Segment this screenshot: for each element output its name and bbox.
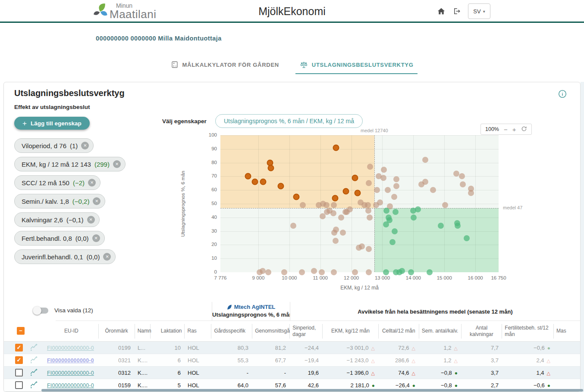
data-point-besättning[interactable] <box>374 187 380 193</box>
zoom-out-button[interactable]: − <box>504 126 508 133</box>
zoom-reset-button[interactable] <box>521 126 527 133</box>
data-point-under-medel[interactable] <box>392 228 398 234</box>
data-point-besättning[interactable] <box>347 206 353 212</box>
data-point-besättning[interactable] <box>380 175 386 181</box>
tab-malkalkylator[interactable]: MÅLKALKYLATOR FÖR GÅRDEN <box>166 56 283 74</box>
data-point-besättning[interactable] <box>393 183 399 189</box>
data-point-besättning[interactable] <box>319 269 325 275</box>
eu-id-link[interactable]: FI000000000000-0 <box>47 370 94 376</box>
data-point-besättning[interactable] <box>365 208 371 214</box>
chip-delete-icon[interactable]: × <box>87 216 95 224</box>
filter-chip[interactable]: Juverinfl.behandl. 0,1 (0,0)× <box>14 249 116 264</box>
column-header-sinperiod[interactable]: Sinperiod, dagar <box>290 324 323 339</box>
filter-chip[interactable]: Kalvningar 2,6 (−0,1)× <box>14 212 100 227</box>
data-point-under-medel[interactable] <box>427 269 433 275</box>
horizontal-scrollbar[interactable] <box>41 389 583 392</box>
data-point-besättning[interactable] <box>299 269 305 275</box>
row-insights-button[interactable] <box>30 371 38 377</box>
chip-delete-icon[interactable]: × <box>88 179 96 187</box>
data-point-valda[interactable] <box>342 188 349 195</box>
info-icon[interactable] <box>558 89 567 100</box>
data-point-besättning[interactable] <box>422 157 428 163</box>
data-point-besättning[interactable] <box>366 269 372 275</box>
data-point-valda[interactable] <box>245 173 251 180</box>
column-header-ras[interactable]: Ras <box>185 324 211 339</box>
axis-properties-select[interactable]: Utslagningsprognos %, 6 mån / EKM, kg / … <box>215 114 363 128</box>
data-point-besättning[interactable] <box>330 210 336 216</box>
data-point-under-medel[interactable] <box>411 215 417 221</box>
data-point-under-medel[interactable] <box>464 235 470 241</box>
select-all-checkbox[interactable]: − <box>17 327 25 335</box>
data-point-valda[interactable] <box>293 194 299 200</box>
data-point-besättning[interactable] <box>366 246 372 252</box>
data-point-besättning[interactable] <box>260 268 266 274</box>
logout-button[interactable] <box>452 7 461 15</box>
data-point-under-medel[interactable] <box>438 223 444 229</box>
data-point-valda[interactable] <box>252 179 258 185</box>
data-point-besättning[interactable] <box>290 223 296 229</box>
data-point-besättning[interactable] <box>366 180 372 186</box>
row-insights-button[interactable] <box>30 346 38 352</box>
data-point-under-medel[interactable] <box>383 208 389 214</box>
data-point-besättning[interactable] <box>367 215 373 221</box>
data-point-under-medel[interactable] <box>408 269 414 275</box>
data-point-besättning[interactable] <box>300 202 306 208</box>
filter-chip[interactable]: Viloperiod, d 76 (1)× <box>14 138 94 153</box>
filter-chip[interactable]: EKM, kg / 12 må 12 143 (299)× <box>14 157 126 171</box>
vertical-scrollbar-track[interactable] <box>581 82 584 392</box>
data-point-besättning[interactable] <box>393 176 399 182</box>
row-checkbox[interactable] <box>15 381 23 389</box>
language-selector[interactable]: SV ▾ <box>468 3 490 19</box>
data-point-under-medel[interactable] <box>415 206 421 212</box>
data-point-besättning[interactable] <box>391 194 397 200</box>
data-point-besättning[interactable] <box>265 269 271 275</box>
data-point-besättning[interactable] <box>331 269 337 275</box>
data-point-under-medel[interactable] <box>386 217 392 223</box>
data-point-besättning[interactable] <box>422 179 428 185</box>
chip-delete-icon[interactable]: × <box>81 142 89 149</box>
column-header-eu_id[interactable]: EU-ID <box>44 324 99 339</box>
eu-id-link[interactable]: FI000000000000-0 <box>47 345 94 351</box>
data-point-besättning[interactable] <box>459 173 465 179</box>
data-point-under-medel[interactable] <box>392 209 399 215</box>
data-point-besättning[interactable] <box>333 238 339 244</box>
data-point-under-medel[interactable] <box>455 223 461 229</box>
data-point-besättning[interactable] <box>352 269 358 275</box>
data-point-valda[interactable] <box>354 190 361 196</box>
data-point-besättning[interactable] <box>359 243 365 249</box>
column-header-genomsnittsga[interactable]: Genomsnittsgå <box>252 324 290 339</box>
data-point-besättning[interactable] <box>430 187 436 193</box>
data-point-besättning[interactable] <box>381 167 387 173</box>
row-checkbox[interactable]: ✓ <box>15 344 23 352</box>
data-point-valda[interactable] <box>333 144 339 151</box>
zoom-in-button[interactable]: + <box>512 126 516 133</box>
data-point-besättning[interactable] <box>311 268 317 274</box>
data-point-under-medel[interactable] <box>383 269 389 275</box>
add-attribute-button[interactable]: + Lägg till egenskap <box>14 117 90 130</box>
home-button[interactable] <box>437 7 446 15</box>
row-checkbox[interactable]: ✓ <box>15 356 23 364</box>
chip-delete-icon[interactable]: × <box>113 160 121 168</box>
data-point-besättning[interactable] <box>460 181 466 187</box>
data-point-valda[interactable] <box>267 165 274 171</box>
data-point-under-medel[interactable] <box>389 239 396 245</box>
row-insights-button[interactable] <box>30 358 38 365</box>
tab-utslagningsbeslutsverktyg[interactable]: UTSLAGNINGSBESLUTSVERKTYG <box>295 56 418 74</box>
column-header-namn[interactable]: Namn <box>135 324 151 339</box>
show-selected-toggle[interactable]: Visa valda (12) <box>34 307 93 314</box>
filter-chip[interactable]: Semin./ kalv. 1,8 (−0,2)× <box>14 194 105 208</box>
data-point-besättning[interactable] <box>340 230 346 236</box>
column-header-oronmark[interactable]: Öronmärk <box>99 324 135 339</box>
column-header-fertilitet[interactable]: Fertilitetsbeh. st/12 mån <box>502 324 554 339</box>
row-checkbox[interactable] <box>15 369 23 376</box>
data-point-valda[interactable] <box>332 195 339 202</box>
data-point-valda[interactable] <box>278 183 284 189</box>
data-point-besättning[interactable] <box>453 171 459 177</box>
filter-chip[interactable]: Fertl.behandl. 0,8 (0,0)× <box>14 231 105 246</box>
data-point-besättning[interactable] <box>338 215 344 221</box>
chip-delete-icon[interactable]: × <box>93 197 100 205</box>
column-header-kalvningar[interactable]: Antal kalvningar <box>462 324 502 339</box>
column-header-mas[interactable]: Mas <box>554 324 580 339</box>
data-point-besättning[interactable] <box>331 202 337 208</box>
data-point-valda[interactable] <box>352 174 358 181</box>
